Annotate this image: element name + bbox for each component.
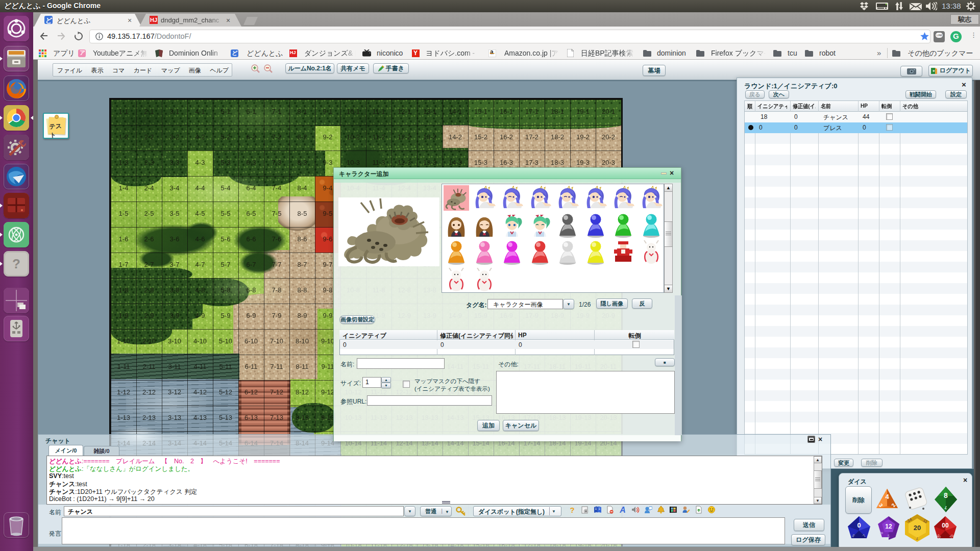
svg-text:7: 7: [916, 536, 918, 541]
svg-text:4: 4: [885, 493, 889, 500]
svg-text:12: 12: [885, 523, 892, 530]
svg-text:A: A: [619, 506, 626, 514]
svg-text:20: 20: [914, 524, 921, 532]
svg-text:8: 8: [944, 491, 948, 499]
svg-text:?: ?: [570, 506, 574, 514]
svg-text:0: 0: [857, 521, 861, 529]
svg-text:7: 7: [944, 505, 947, 510]
svg-text:00: 00: [942, 522, 949, 529]
svg-text:?: ?: [12, 256, 20, 271]
